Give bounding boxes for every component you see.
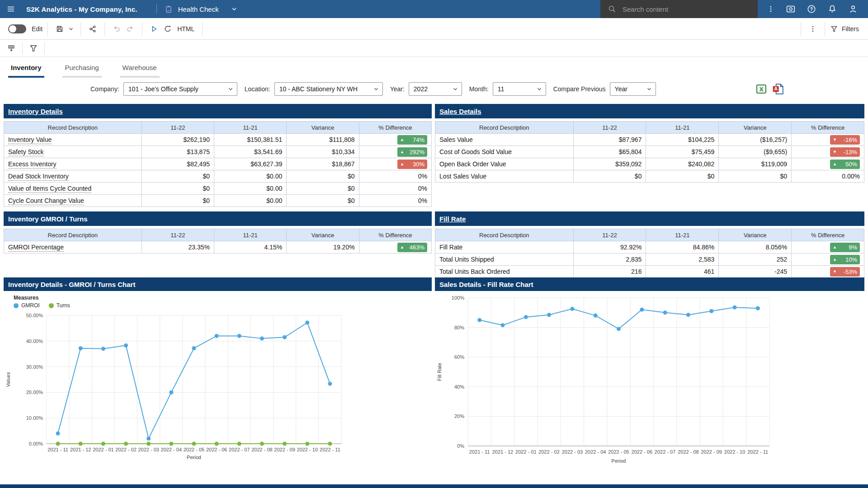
report-name: Health Check [178, 5, 219, 13]
chevron-down-icon [537, 86, 542, 92]
value-cell: 92.92% [573, 241, 646, 253]
value-cell: 216 [573, 266, 646, 278]
run-icon[interactable] [147, 22, 161, 36]
views-icon[interactable] [786, 4, 796, 14]
tab-inventory[interactable]: Inventory [8, 64, 44, 78]
tab-warehouse[interactable]: Warehouse [120, 64, 160, 78]
column-header: Record Description [4, 229, 142, 241]
table-row: Fill Rate92.92%84.86%8.056%▲9% [435, 241, 864, 253]
svg-text:10.00%: 10.00% [26, 415, 43, 421]
fill-rate-chart[interactable]: 0%20%40%60%80%100%2021 - 112021 - 122022… [435, 291, 864, 472]
report-toolbar: Edit HTML [0, 18, 868, 40]
value-cell: 2,835 [573, 253, 646, 266]
column-header: % Difference [359, 122, 431, 134]
svg-text:2022 - 09: 2022 - 09 [701, 449, 722, 455]
account-icon[interactable] [848, 4, 858, 14]
column-header: Variance [719, 122, 792, 134]
column-header: % Difference [792, 122, 864, 134]
export-excel-icon[interactable]: X [756, 84, 767, 94]
pin-board-icon[interactable] [5, 42, 18, 55]
filter: Company:101 - Joe's Office Supply [90, 82, 237, 96]
chevron-down-icon[interactable] [230, 5, 238, 13]
value-cell: $111,808 [287, 134, 359, 146]
value-cell: $0.00 [214, 195, 286, 207]
pct-difference-cell: ▲50% [792, 158, 864, 170]
arrow-up-icon: ▲ [833, 162, 837, 166]
kebab-menu-icon[interactable] [767, 5, 775, 13]
legend-item-gmroi[interactable]: GMROI [14, 302, 40, 309]
record-description[interactable]: GMROI Percentage [8, 244, 64, 252]
arrow-down-icon: ▼ [833, 270, 837, 274]
html-mode-button[interactable]: HTML [177, 25, 194, 33]
value-cell: $13,875 [142, 146, 214, 158]
filter-select[interactable]: Year [610, 82, 656, 96]
filter-select[interactable]: 101 - Joe's Office Supply [123, 82, 237, 96]
record-description: Cost of Goods Sold Value [439, 148, 512, 155]
table-row: Cycle Count Change Value$0$0.00$00% [4, 195, 432, 207]
help-icon[interactable]: ? [807, 4, 816, 14]
edit-toggle[interactable] [8, 24, 26, 33]
record-description[interactable]: Inventory Value [8, 136, 52, 144]
tab-purchasing[interactable]: Purchasing [62, 64, 102, 78]
record-description[interactable]: Safety Stock [8, 148, 44, 156]
svg-text:2022 - 03: 2022 - 03 [138, 447, 159, 452]
column-header: 11-21 [646, 122, 719, 134]
export-pdf-icon[interactable]: A [772, 83, 784, 95]
svg-text:2022 - 02: 2022 - 02 [115, 447, 136, 452]
dashboard: Inventory Details Record Description11-2… [4, 104, 864, 472]
panel-filter-icon[interactable] [27, 42, 40, 55]
share-icon[interactable] [86, 22, 99, 36]
filter-select[interactable]: 2022 [409, 82, 462, 96]
value-cell: $150,381.51 [214, 134, 286, 146]
column-header: 11-22 [142, 229, 214, 241]
record-description: Total Units Back Ordered [439, 268, 510, 275]
filters-button[interactable]: Filters [830, 25, 859, 33]
filters-button-label: Filters [842, 25, 859, 33]
table-row: Value of Items Cycle Counted$0$0.00$00% [4, 183, 432, 195]
save-icon[interactable] [53, 22, 66, 36]
gmroi-turns-chart[interactable]: 0.00%10.00%20.00%30.00%40.00%50.00%2021 … [4, 314, 432, 469]
table-row: Cost of Goods Sold Value$65,804$75,459($… [435, 146, 864, 158]
record-description[interactable]: Cycle Count Change Value [8, 197, 84, 205]
chevron-down-icon [228, 86, 233, 92]
notifications-icon[interactable] [827, 4, 837, 14]
table-row: Total Units Back Ordered216461-245▼-53% [435, 266, 864, 278]
header-divider [156, 4, 157, 14]
undo-icon[interactable] [110, 22, 123, 36]
toolbar-kebab-icon[interactable] [806, 22, 820, 36]
pct-difference-badge: ▲74% [397, 135, 427, 145]
tab-bar: InventoryPurchasingWarehouse [0, 57, 868, 78]
table-row: Safety Stock$13,875$3,541.69$10,334▲292% [4, 146, 432, 158]
search-box[interactable]: Search content [600, 0, 758, 18]
section-gmroi-turns-chart: Inventory Details - GMROI / Turns Chart … [4, 277, 432, 469]
value-cell: $359,092 [573, 158, 646, 170]
bottom-bar [0, 484, 868, 488]
record-description[interactable]: Excess Inventory [8, 160, 57, 169]
section-title-inventory-details[interactable]: Inventory Details [8, 108, 63, 115]
refresh-icon[interactable] [161, 22, 175, 36]
column-header: 11-21 [214, 122, 286, 134]
value-cell: $0 [142, 170, 214, 183]
save-menu-chevron-icon[interactable] [66, 22, 75, 36]
filter-select[interactable]: 11 [493, 82, 546, 96]
section-title-sales-details[interactable]: Sales Details [439, 108, 481, 115]
report-switcher[interactable]: Health Check [164, 5, 238, 14]
value-cell: 19.20% [287, 241, 359, 253]
record-description[interactable]: Dead Stock Inventory [8, 173, 69, 181]
value-cell: 8.056% [719, 241, 792, 253]
filter-select[interactable]: 10 - ABC Stationery NY WH [274, 82, 383, 96]
legend-item-turns[interactable]: Turns [49, 302, 70, 309]
column-header: Record Description [435, 122, 574, 134]
value-cell: $0 [646, 170, 719, 183]
pct-difference-badge: ▼-53% [830, 267, 860, 277]
svg-text:Fill Rate: Fill Rate [437, 363, 442, 381]
hamburger-menu-icon[interactable] [6, 5, 15, 14]
section-title-fill-rate[interactable]: Fill Rate [439, 215, 466, 223]
record-description[interactable]: Value of Items Cycle Counted [8, 185, 91, 193]
value-cell: $119,009 [719, 158, 792, 170]
value-cell: $0 [573, 170, 646, 183]
redo-icon[interactable] [123, 22, 137, 36]
svg-text:2022 - 02: 2022 - 02 [538, 449, 559, 455]
value-cell: $0 [719, 170, 792, 183]
table-row: Open Back Order Value$359,092$240,082$11… [435, 158, 864, 170]
